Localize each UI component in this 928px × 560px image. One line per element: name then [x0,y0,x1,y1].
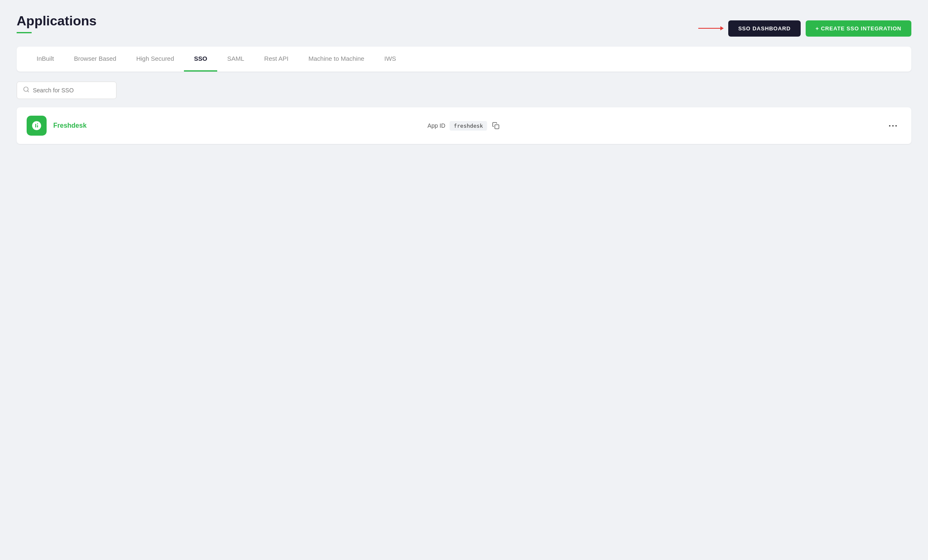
search-input[interactable] [33,87,110,94]
more-options-button[interactable]: ··· [885,119,901,132]
svg-line-1 [27,91,29,92]
tab-browser-based[interactable]: Browser Based [64,47,127,72]
table-row: Freshdesk App ID freshdesk ··· [17,107,911,144]
app-id-label: App ID [427,122,445,129]
copy-app-id-button[interactable] [491,121,501,130]
svg-rect-2 [495,125,499,129]
app-left: Freshdesk [27,116,87,136]
app-id-value: freshdesk [449,121,487,131]
search-icon [23,86,30,94]
tab-saml[interactable]: SAML [217,47,254,72]
app-name[interactable]: Freshdesk [53,122,87,129]
tabs-container: InBuilt Browser Based High Secured SSO S… [17,47,911,72]
tab-rest-api[interactable]: Rest API [254,47,298,72]
page-title: Applications [17,13,97,29]
title-underline [17,32,32,33]
tabs: InBuilt Browser Based High Secured SSO S… [27,47,901,72]
search-wrapper [17,82,117,99]
tab-inbuilt[interactable]: InBuilt [27,47,64,72]
app-icon-freshdesk [27,116,47,136]
create-sso-button[interactable]: + CREATE SSO INTEGRATION [806,20,911,37]
app-list: Freshdesk App ID freshdesk ··· [17,107,911,144]
more-actions: ··· [885,119,901,132]
arrow-indicator [698,28,723,29]
search-section [17,82,911,99]
tab-sso[interactable]: SSO [184,47,217,72]
sso-dashboard-button[interactable]: SSO DASHBOARD [728,20,801,37]
tab-high-secured[interactable]: High Secured [126,47,184,72]
tab-iws[interactable]: IWS [374,47,406,72]
app-id-section: App ID freshdesk [427,121,500,131]
tab-machine-to-machine[interactable]: Machine to Machine [298,47,374,72]
